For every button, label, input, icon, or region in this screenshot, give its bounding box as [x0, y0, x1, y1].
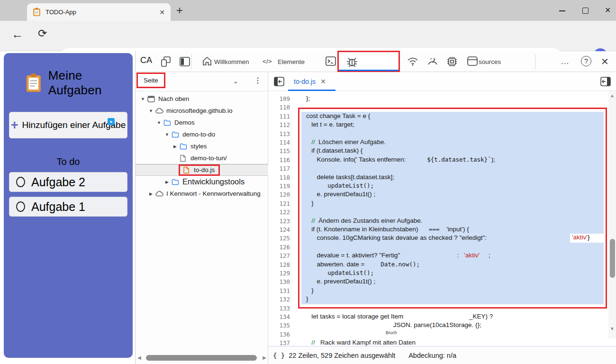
scroll-left-icon[interactable]: ◀ — [137, 355, 141, 360]
tree-item-demo-to-tun[interactable]: demo-to-tun/ — [136, 152, 268, 164]
code-line[interactable]: 127 devalue = t. aktiviert? "Fertig" : '… — [268, 252, 616, 260]
code-line[interactable]: 117 — [268, 164, 616, 173]
collapsed-arrow-icon[interactable]: ▶ — [163, 180, 171, 184]
line-number[interactable]: 130 — [268, 278, 290, 285]
home-icon[interactable] — [202, 56, 212, 66]
code-line[interactable]: 136 — [268, 330, 616, 339]
code-line[interactable]: 126 — [268, 243, 616, 252]
line-number[interactable]: 119 — [268, 182, 290, 190]
line-number[interactable]: 128 — [268, 261, 290, 268]
code-editor-area[interactable]: 109};110111cost change Task = e {112 let… — [268, 91, 616, 346]
line-number[interactable]: 131 — [268, 287, 290, 294]
device-emulation-icon[interactable] — [160, 56, 172, 67]
line-number[interactable]: 129 — [268, 270, 290, 277]
browser-tab-todo-app[interactable]: TODO-App ✕ — [27, 3, 171, 21]
code-line[interactable]: 121 } — [268, 200, 616, 208]
devtools-more-icon[interactable]: ... — [561, 57, 569, 66]
expanded-arrow-icon[interactable]: ▼ — [163, 132, 171, 137]
line-number[interactable]: 134 — [268, 313, 290, 320]
navigator-tab-seite[interactable]: Seite — [136, 73, 165, 88]
code-line[interactable]: 112 let t = e. target; — [268, 121, 616, 129]
memory-icon[interactable] — [446, 56, 458, 67]
tab-elemente[interactable]: Elemente — [278, 58, 305, 65]
collapse-navigator-icon[interactable] — [274, 76, 284, 87]
code-line[interactable]: 130 e. preventDefau1t() ; — [268, 278, 616, 286]
code-line[interactable]: 115 if (t.dataset.task) { — [268, 147, 616, 155]
code-line[interactable]: 133 — [268, 304, 616, 313]
line-number[interactable]: 126 — [268, 244, 290, 251]
tree-item-to-do-js[interactable]: to-do.js — [136, 164, 268, 176]
line-number[interactable]: 123 — [268, 218, 290, 225]
code-line[interactable]: 135 JSON. parse(10ca1Storage. {}; — [268, 321, 616, 330]
tree-item-entwicklungstools[interactable]: ▶Entwicklungstools — [136, 176, 268, 188]
show-debugger-sidebar-icon[interactable] — [600, 76, 611, 87]
network-conditions-icon[interactable] — [407, 56, 419, 66]
code-line[interactable]: 122 — [268, 208, 616, 217]
code-line[interactable]: 123 // Ändern des Zustands einer Aufgabe… — [268, 217, 616, 226]
line-number[interactable]: 120 — [268, 191, 290, 198]
back-button[interactable]: ← — [11, 27, 23, 41]
tree-item-demo-to-do[interactable]: ▼demo-to-do — [136, 128, 268, 140]
tree-item-demos[interactable]: ▼Demos — [136, 117, 268, 128]
scrollbar-thumb[interactable] — [610, 239, 615, 278]
line-number[interactable]: 132 — [268, 296, 290, 303]
line-number[interactable]: 110 — [268, 104, 290, 111]
code-line[interactable]: 119 updateList(); — [268, 182, 616, 191]
line-number[interactable]: 133 — [268, 305, 290, 312]
application-icon[interactable] — [467, 56, 478, 66]
editor-vertical-scrollbar[interactable]: ▲ ▼ — [608, 91, 616, 338]
new-tab-button[interactable]: + — [176, 4, 183, 17]
devtools-close-icon[interactable]: ✕ — [601, 56, 609, 67]
task-checkbox-icon[interactable] — [16, 201, 25, 212]
add-task-button[interactable]: + Hinzufügen einer Aufgabe ➤ — [9, 112, 127, 138]
expanded-arrow-icon[interactable]: ▼ — [155, 120, 163, 125]
code-line[interactable]: 110 — [268, 103, 616, 112]
tab-sources-label[interactable]: sources — [479, 58, 501, 65]
scroll-up-icon[interactable]: ▲ — [610, 93, 615, 98]
code-line[interactable]: 114 // Löschen einer Aufgabe. — [268, 138, 616, 147]
editor-tab-to-do-js[interactable]: to-do.js ✕ — [289, 72, 331, 91]
code-line[interactable]: 109}; — [268, 95, 616, 103]
tree-item-nach-oben[interactable]: ▼Nach oben — [136, 93, 268, 105]
scroll-down-icon[interactable]: ▼ — [610, 326, 615, 331]
collapsed-arrow-icon[interactable]: ▶ — [172, 144, 179, 149]
code-line[interactable]: 120 e. preventDefau1t() ; — [268, 191, 616, 199]
line-number[interactable]: 124 — [268, 226, 290, 233]
todo-item[interactable]: Aufgabe 2 — [9, 172, 127, 192]
scroll-right-icon[interactable]: ▶ — [263, 355, 266, 360]
code-line[interactable]: 128 abwerten. date = Date.now(); — [268, 261, 616, 269]
line-number[interactable]: 117 — [268, 165, 290, 172]
line-number[interactable]: 122 — [268, 209, 290, 216]
line-number[interactable]: 135 — [268, 322, 290, 329]
performance-icon[interactable] — [426, 56, 439, 66]
sidebar-horizontal-scrollbar[interactable]: ◀ ▶ — [136, 355, 268, 361]
code-line[interactable]: 129 updateList(); — [268, 269, 616, 278]
task-checkbox-icon[interactable] — [16, 177, 25, 187]
tab-sources-debugger[interactable] — [337, 51, 400, 73]
collapsed-arrow-icon[interactable]: ▶ — [147, 191, 154, 196]
line-number[interactable]: 112 — [268, 121, 290, 128]
code-line[interactable]: 125 console. 10gCMarking task devalue as… — [268, 234, 616, 243]
code-line[interactable]: 118 delete tasks[t.dataset.task]; — [268, 173, 616, 182]
window-maximize-button[interactable] — [582, 7, 589, 14]
code-line[interactable]: 137 // Rack ward Kampf mit alten Daten — [268, 339, 616, 346]
expanded-arrow-icon[interactable]: ▼ — [147, 109, 154, 113]
code-line[interactable]: 111cost change Task = e { — [268, 112, 616, 121]
chevron-down-icon[interactable]: ⌄ — [233, 77, 239, 85]
line-number[interactable]: 116 — [268, 156, 290, 164]
line-number[interactable]: 109 — [268, 95, 290, 102]
code-line[interactable]: 113 — [268, 130, 616, 138]
line-number[interactable]: 127 — [268, 252, 290, 259]
editor-tab-close-icon[interactable]: ✕ — [320, 78, 326, 85]
line-number[interactable]: 125 — [268, 235, 290, 242]
devtools-help-icon[interactable]: ? — [581, 56, 591, 66]
window-minimize-button[interactable] — [559, 7, 566, 14]
line-number[interactable]: 137 — [268, 339, 290, 346]
dock-side-icon[interactable] — [179, 56, 190, 67]
console-icon[interactable] — [325, 56, 336, 66]
line-number[interactable]: 111 — [268, 113, 290, 120]
tab-willkommen[interactable]: Willkommen — [214, 58, 249, 65]
line-number[interactable]: 113 — [268, 130, 290, 137]
tab-close-icon[interactable]: ✕ — [159, 9, 165, 16]
code-line[interactable]: 132} — [268, 295, 616, 304]
